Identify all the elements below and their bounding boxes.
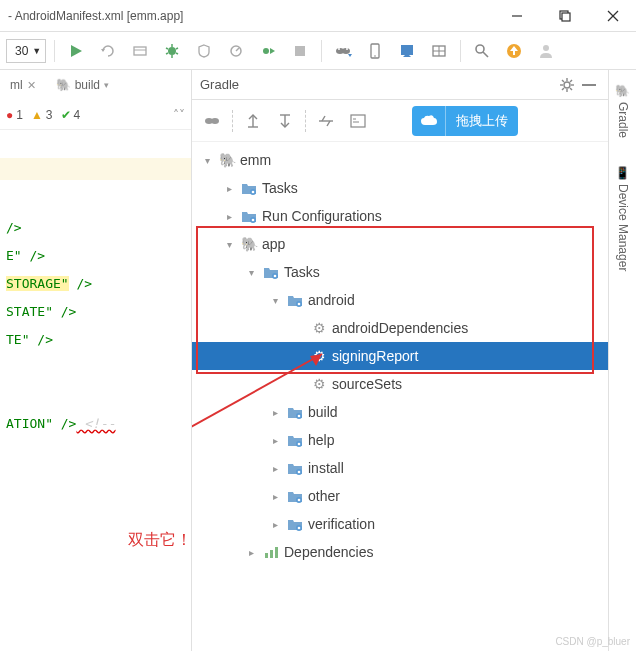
chevron-down-icon: ▼ bbox=[32, 46, 41, 56]
node-label: Tasks bbox=[262, 180, 298, 196]
error-badge[interactable]: ●1 bbox=[6, 108, 23, 122]
tree-node-build[interactable]: ▸ build bbox=[192, 398, 608, 426]
svg-rect-57 bbox=[351, 115, 365, 127]
tree-node-tasks[interactable]: ▸ Tasks bbox=[192, 174, 608, 202]
svg-line-44 bbox=[570, 88, 572, 90]
svg-marker-5 bbox=[71, 45, 82, 57]
sync-gradle-button[interactable] bbox=[330, 38, 356, 64]
tree-node-tasks[interactable]: ▾ Tasks bbox=[192, 258, 608, 286]
svg-point-27 bbox=[374, 55, 376, 57]
sidetab-label: Device Manager bbox=[616, 184, 630, 271]
svg-line-56 bbox=[327, 121, 330, 126]
chevron-up-down-icon[interactable]: ˄˅ bbox=[173, 108, 185, 122]
svg-line-12 bbox=[166, 48, 168, 49]
tree-node-app[interactable]: ▾ 🐘 app bbox=[192, 230, 608, 258]
node-label: other bbox=[308, 488, 340, 504]
api-level-value: 30 bbox=[15, 44, 28, 58]
svg-point-61 bbox=[252, 191, 255, 194]
apply-changes-button[interactable] bbox=[95, 38, 121, 64]
account-button[interactable] bbox=[533, 38, 559, 64]
svg-point-23 bbox=[338, 48, 340, 50]
chevron-right-icon: ▸ bbox=[222, 209, 236, 223]
tree-node-runconfig[interactable]: ▸ Run Configurations bbox=[192, 202, 608, 230]
tab-manifest[interactable]: ml ✕ bbox=[0, 71, 46, 99]
svg-line-17 bbox=[236, 48, 239, 51]
svg-line-55 bbox=[322, 116, 325, 121]
sdk-manager-button[interactable] bbox=[394, 38, 420, 64]
tree-node-android[interactable]: ▾ android bbox=[192, 286, 608, 314]
folder-icon bbox=[262, 263, 280, 281]
svg-point-63 bbox=[252, 219, 255, 222]
svg-point-9 bbox=[168, 47, 176, 55]
attach-debugger-button[interactable] bbox=[255, 38, 281, 64]
search-button[interactable] bbox=[469, 38, 495, 64]
window-title: - AndroidManifest.xml [emm.app] bbox=[8, 9, 502, 23]
svg-point-18 bbox=[263, 48, 269, 54]
apply-code-button[interactable] bbox=[127, 38, 153, 64]
sidetab-device-manager[interactable]: 📱 Device Manager bbox=[613, 160, 632, 277]
execute-task-button[interactable] bbox=[344, 107, 372, 135]
svg-line-15 bbox=[176, 53, 178, 54]
svg-marker-6 bbox=[101, 49, 105, 52]
svg-rect-79 bbox=[270, 550, 273, 558]
chevron-down-icon: ▾ bbox=[104, 80, 109, 90]
collapse-all-button[interactable] bbox=[271, 107, 299, 135]
close-icon[interactable]: ✕ bbox=[27, 79, 36, 92]
svg-line-34 bbox=[483, 52, 488, 57]
chevron-right-icon: ▸ bbox=[222, 181, 236, 195]
tree-node-task[interactable]: ⚙ androidDependencies bbox=[192, 314, 608, 342]
maximize-button[interactable] bbox=[550, 6, 580, 26]
chevron-right-icon: ▸ bbox=[268, 461, 282, 475]
cloud-icon bbox=[412, 106, 446, 136]
tree-node-help[interactable]: ▸ help bbox=[192, 426, 608, 454]
folder-icon bbox=[240, 207, 258, 225]
tree-node-task[interactable]: ⚙ sourceSets bbox=[192, 370, 608, 398]
svg-point-24 bbox=[346, 48, 348, 50]
refresh-button[interactable] bbox=[198, 107, 226, 135]
hide-button[interactable] bbox=[578, 74, 600, 96]
gradle-tree[interactable]: ▾ 🐘 emm ▸ Tasks ▸ Run Configurations ▾ 🐘… bbox=[192, 142, 608, 651]
svg-line-13 bbox=[176, 48, 178, 49]
upload-label: 拖拽上传 bbox=[446, 112, 518, 130]
warning-badge[interactable]: ▲3 bbox=[31, 108, 53, 122]
folder-icon bbox=[286, 487, 304, 505]
tab-label: build bbox=[75, 78, 100, 92]
editor-status-bar: ●1 ▲3 ✔4 ˄˅ bbox=[0, 100, 191, 130]
tree-node-root[interactable]: ▾ 🐘 emm bbox=[192, 146, 608, 174]
folder-icon bbox=[240, 179, 258, 197]
svg-point-38 bbox=[564, 82, 570, 88]
avd-manager-button[interactable] bbox=[362, 38, 388, 64]
profile-button[interactable] bbox=[223, 38, 249, 64]
tree-node-install[interactable]: ▸ install bbox=[192, 454, 608, 482]
svg-point-67 bbox=[298, 303, 301, 306]
expand-all-button[interactable] bbox=[239, 107, 267, 135]
api-level-dropdown[interactable]: 30 ▼ bbox=[6, 39, 46, 63]
svg-line-45 bbox=[570, 80, 572, 82]
upload-widget[interactable]: 拖拽上传 bbox=[412, 106, 518, 136]
tree-node-signing-report[interactable]: ⚙ signingReport bbox=[192, 342, 608, 370]
minimize-button[interactable] bbox=[502, 6, 532, 26]
ok-badge[interactable]: ✔4 bbox=[61, 108, 81, 122]
tree-node-verification[interactable]: ▸ verification bbox=[192, 510, 608, 538]
settings-button[interactable] bbox=[556, 74, 578, 96]
node-label: emm bbox=[240, 152, 271, 168]
coverage-button[interactable] bbox=[191, 38, 217, 64]
folder-icon bbox=[286, 291, 304, 309]
sidetab-label: Gradle bbox=[616, 102, 630, 138]
toggle-offline-button[interactable] bbox=[312, 107, 340, 135]
code-editor[interactable]: /> E" /> STORAGE" /> STATE" /> TE" /> AT… bbox=[0, 130, 191, 472]
close-button[interactable] bbox=[598, 6, 628, 26]
gradle-icon: 🐘 bbox=[218, 151, 236, 169]
updates-button[interactable] bbox=[501, 38, 527, 64]
tree-node-other[interactable]: ▸ other bbox=[192, 482, 608, 510]
sidetab-gradle[interactable]: 🐘 Gradle bbox=[613, 78, 632, 144]
tree-node-dependencies[interactable]: ▸ Dependencies bbox=[192, 538, 608, 566]
run-button[interactable] bbox=[63, 38, 89, 64]
gradle-icon: 🐘 bbox=[56, 78, 71, 92]
tab-build[interactable]: 🐘 build ▾ bbox=[46, 71, 119, 99]
svg-line-14 bbox=[166, 53, 168, 54]
resource-manager-button[interactable] bbox=[426, 38, 452, 64]
debug-button[interactable] bbox=[159, 38, 185, 64]
stop-button[interactable] bbox=[287, 38, 313, 64]
separator bbox=[460, 40, 461, 62]
